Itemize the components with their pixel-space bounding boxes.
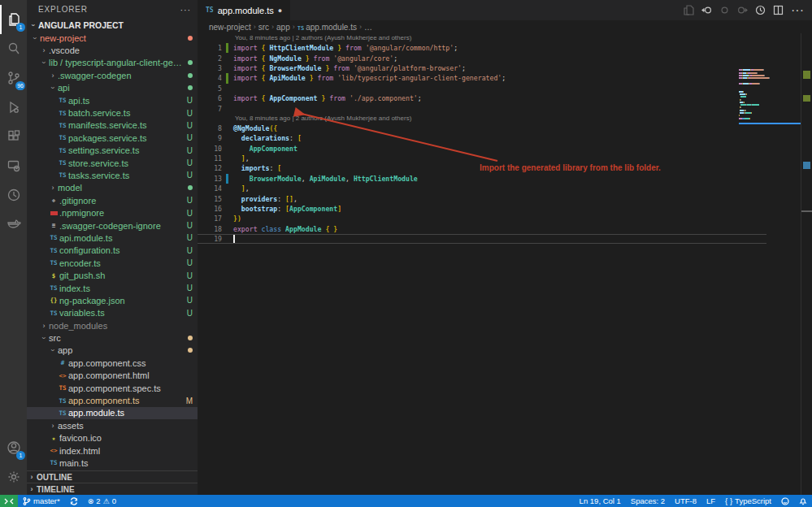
outline-section[interactable]: › OUTLINE xyxy=(27,470,198,483)
tree-row[interactable]: {}ng-package.jsonU xyxy=(27,294,198,306)
tree-row[interactable]: TSindex.tsU xyxy=(27,282,198,294)
tree-row[interactable]: TSmanifests.service.tsU xyxy=(27,119,198,132)
file-history-icon[interactable] xyxy=(755,5,766,15)
extensions-icon[interactable] xyxy=(0,122,27,151)
tree-row[interactable]: TSpackages.service.tsU xyxy=(27,132,198,144)
code-line[interactable]: 6import { AppComponent } from './app.com… xyxy=(198,93,766,103)
tree-row[interactable]: TSencoder.tsU xyxy=(27,257,198,269)
code-line[interactable]: 3import { BrowserModule } from '@angular… xyxy=(198,63,766,73)
feedback-smiley-icon[interactable] xyxy=(776,495,794,507)
tree-row[interactable]: TSapp.module.ts xyxy=(27,407,198,419)
settings-gear-icon[interactable] xyxy=(0,462,27,492)
minimap[interactable] xyxy=(739,67,801,124)
tree-row[interactable]: TSconfiguration.tsU xyxy=(27,245,198,257)
tree-row[interactable]: TSmain.ts xyxy=(27,457,198,469)
code-line[interactable]: 13 BrowserModule, ApiModule, HttpClientM… xyxy=(198,174,766,184)
code-line[interactable]: 11 ], xyxy=(198,154,766,163)
split-editor-icon[interactable] xyxy=(773,5,784,15)
timeline-section[interactable]: › TIMELINE xyxy=(27,483,198,495)
tree-row[interactable]: TSbatch.service.tsU xyxy=(27,106,198,119)
tree-row[interactable]: TSvariables.tsU xyxy=(27,307,198,319)
breadcrumb-item[interactable]: TSapp.module.ts xyxy=(297,23,357,32)
tree-row[interactable]: ›.vscode xyxy=(27,44,198,56)
open-changes-icon[interactable] xyxy=(684,5,694,15)
code-line[interactable]: 18export class AppModule { } xyxy=(198,224,766,234)
tree-row[interactable]: ›.swagger-codegen xyxy=(27,69,198,81)
breadcrumb-item[interactable]: app xyxy=(276,23,290,32)
cursor-position[interactable]: Ln 19, Col 1 xyxy=(575,495,626,507)
tree-row[interactable]: TSapp.component.tsM xyxy=(27,394,198,406)
encoding[interactable]: UTF-8 xyxy=(670,495,701,507)
tree-row[interactable]: TSapi.tsU xyxy=(27,94,198,106)
tree-row[interactable]: <>app.component.html xyxy=(27,370,198,382)
remote-indicator[interactable] xyxy=(0,495,18,507)
codelens-blame[interactable]: You, 8 minutes ago | 2 authors (Ayush Mu… xyxy=(198,114,812,124)
sync-changes-button[interactable] xyxy=(65,495,83,507)
code-line[interactable]: 2import { NgModule } from '@angular/core… xyxy=(198,53,766,63)
code-line[interactable]: 5 xyxy=(198,84,766,93)
docker-icon[interactable] xyxy=(0,210,27,239)
project-section-header[interactable]: › ANGULAR PROJECT xyxy=(27,19,198,32)
tree-row[interactable]: ›lib / typescript-angular-client-gener… xyxy=(27,57,198,69)
tree-row[interactable]: ≡.swagger-codegen-ignoreU xyxy=(27,219,198,232)
tree-row[interactable]: TSapi.module.tsU xyxy=(27,232,198,244)
tree-row[interactable]: TStasks.service.tsU xyxy=(27,169,198,181)
tree-row[interactable]: <>index.html xyxy=(27,444,198,457)
breadcrumb-item[interactable]: src xyxy=(258,23,269,32)
problems-item[interactable]: ⊗ 2 ⚠ 0 xyxy=(83,495,121,507)
code-line[interactable]: 16 bootstrap: [AppComponent] xyxy=(198,204,766,214)
language-mode[interactable]: { } TypeScript xyxy=(720,495,776,507)
next-change-icon[interactable] xyxy=(737,5,748,15)
tab-app-module[interactable]: TS app.module.ts ● xyxy=(198,0,290,20)
code-line[interactable]: 1import { HttpClientModule } from '@angu… xyxy=(198,43,766,53)
eol-sequence[interactable]: LF xyxy=(701,495,720,507)
tree-row[interactable]: ›app xyxy=(27,344,198,357)
source-control-icon[interactable]: 96 xyxy=(0,63,27,93)
code-line[interactable]: 8@NgModule({ xyxy=(198,124,766,133)
notifications-bell-icon[interactable] xyxy=(794,495,812,507)
tree-row[interactable]: ›new-project xyxy=(27,32,198,44)
indentation[interactable]: Spaces: 2 xyxy=(626,495,670,507)
previous-change-icon[interactable] xyxy=(701,5,712,15)
overview-ruler[interactable] xyxy=(801,33,812,495)
more-actions-icon[interactable]: ··· xyxy=(791,3,804,18)
git-branch-item[interactable]: master* xyxy=(18,495,65,507)
run-debug-icon[interactable] xyxy=(0,93,27,122)
code-line[interactable]: 15 providers: [], xyxy=(198,193,766,203)
tree-row[interactable]: TSsettings.service.tsU xyxy=(27,145,198,157)
code-line[interactable]: 19 xyxy=(198,234,766,244)
tree-row[interactable]: ★favicon.ico xyxy=(27,432,198,444)
gutter xyxy=(226,163,228,173)
gitlens-icon[interactable] xyxy=(0,180,27,210)
tree-row[interactable]: ›src xyxy=(27,332,198,344)
tree-row[interactable]: ›model xyxy=(27,182,198,194)
tree-row[interactable]: TSapp.component.spec.ts xyxy=(27,382,198,394)
tree-row[interactable]: ◆.gitignoreU xyxy=(27,194,198,206)
code-line[interactable]: 7 xyxy=(198,103,766,113)
tree-row[interactable]: #app.component.css xyxy=(27,357,198,369)
code-line[interactable]: 14 ], xyxy=(198,184,766,193)
code-editor[interactable]: You, 8 minutes ago | 2 authors (Ayush Mu… xyxy=(198,33,812,495)
accounts-icon[interactable]: 1 xyxy=(0,433,27,462)
code-line[interactable]: 4import { ApiModule } from 'lib/typescri… xyxy=(198,73,766,83)
tree-row[interactable]: ›node_modules xyxy=(27,319,198,332)
code-line[interactable]: 9 declarations: [ xyxy=(198,133,766,143)
breadcrumb-item[interactable]: … xyxy=(364,23,372,32)
dirty-dot-icon[interactable]: ● xyxy=(278,6,282,15)
codelens-blame[interactable]: You, 8 minutes ago | 2 authors (Ayush Mu… xyxy=(198,33,812,43)
chevron-right-icon: › xyxy=(48,422,58,430)
code-line[interactable]: 17}) xyxy=(198,214,766,223)
sidebar-more-icon[interactable]: ··· xyxy=(180,5,191,15)
tree-row[interactable]: TSstore.service.tsU xyxy=(27,157,198,169)
remote-explorer-icon[interactable] xyxy=(0,151,27,180)
tree-row[interactable]: ›assets xyxy=(27,419,198,431)
tree-row[interactable]: ›api xyxy=(27,82,198,94)
tree-row[interactable]: .npmignoreU xyxy=(27,206,198,219)
tree-row[interactable]: $git_push.shU xyxy=(27,269,198,281)
explorer-icon[interactable]: 1 xyxy=(0,5,27,34)
file-label: app.module.ts xyxy=(68,408,193,418)
search-icon[interactable] xyxy=(0,34,27,63)
compare-icon[interactable] xyxy=(719,5,730,15)
breadcrumb-item[interactable]: new-project xyxy=(209,23,251,32)
code-line[interactable]: 10 AppComponent xyxy=(198,144,766,154)
